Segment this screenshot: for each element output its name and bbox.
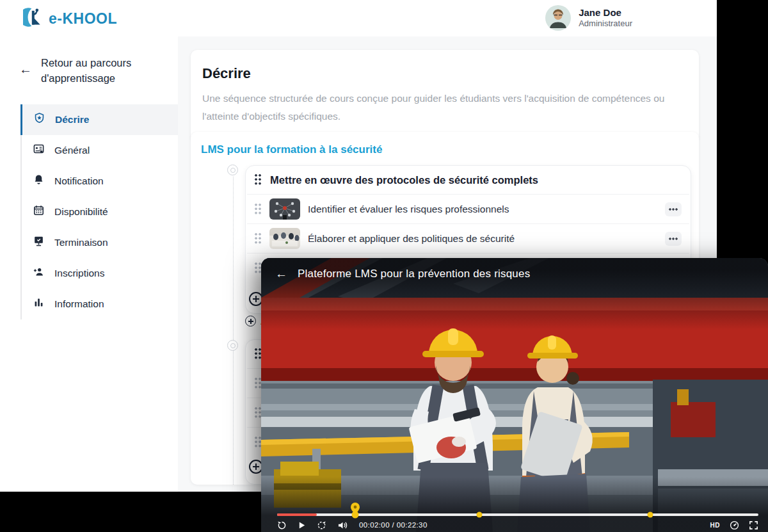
user-name: Jane Doe (579, 7, 632, 19)
video-title: Plateforme LMS pour la prévention des ri… (298, 268, 530, 280)
video-timestamp: 00:02:00 / 00:22:30 (359, 521, 428, 529)
app-logo[interactable]: e-KHOOL (23, 6, 117, 31)
person-add-icon (33, 266, 45, 280)
ellipsis-icon (669, 238, 678, 240)
user-role: Administrateur (579, 19, 632, 29)
video-progress-bar[interactable] (277, 513, 758, 516)
speed-gauge-icon[interactable] (730, 520, 739, 530)
map-pin-marker-icon[interactable] (350, 503, 360, 518)
page-title: Décrire (202, 65, 687, 82)
e-khool-logo-mark-icon (23, 6, 44, 31)
module-header[interactable]: Mettre en œuvre des protocoles de sécuri… (246, 166, 691, 194)
video-player-overlay[interactable]: ← Plateforme LMS pour la prévention des … (261, 258, 768, 532)
sidebar-item-decrire[interactable]: Décrire (20, 104, 178, 135)
lesson-options-button[interactable] (665, 202, 682, 216)
forward-icon[interactable] (317, 520, 326, 530)
shield-star-icon (33, 112, 45, 127)
sidebar-item-inscriptions[interactable]: Inscriptions (20, 258, 178, 289)
sidebar: ← Retour au parcours d'apprentissage Déc… (0, 36, 179, 492)
section-title: LMS pour la formation à la sécurité (201, 143, 689, 156)
calendar-icon (33, 204, 45, 219)
sidebar-item-label: Information (54, 298, 104, 310)
page-header-card: Décrire Une séquence structurée de cours… (191, 50, 699, 142)
lesson-options-button[interactable] (665, 232, 682, 246)
progress-played (277, 513, 317, 516)
user-menu[interactable]: Jane Doe Administrateur (545, 5, 632, 31)
back-label: Retour au parcours d'apprentissage (41, 56, 146, 86)
back-to-learning-path[interactable]: ← Retour au parcours d'apprentissage (0, 36, 178, 97)
restart-icon[interactable] (277, 520, 287, 530)
drag-handle-icon[interactable] (255, 174, 262, 186)
app-logo-text: e-KHOOL (49, 10, 117, 28)
video-back-button[interactable]: ← (275, 267, 287, 281)
network-people-thumbnail (269, 198, 300, 220)
video-controls-right: HD (710, 520, 758, 530)
sidebar-item-disponibilite[interactable]: Disponibilité (20, 197, 178, 227)
ellipsis-icon (669, 208, 678, 211)
id-card-icon (33, 143, 45, 157)
sidebar-item-information[interactable]: Information (20, 289, 178, 319)
sidebar-menu: Décrire Général Notification (0, 104, 178, 319)
board-check-icon (33, 235, 45, 250)
lesson-title: Identifier et évaluer les risques profes… (308, 204, 657, 215)
hd-quality-button[interactable]: HD (710, 522, 720, 529)
volume-icon[interactable] (337, 520, 348, 530)
lesson-title: Élaborer et appliquer des politiques de … (308, 233, 657, 245)
video-controls: 00:02:00 / 00:22:30 HD (277, 517, 758, 532)
play-icon[interactable] (298, 521, 306, 529)
sidebar-item-label: Inscriptions (54, 268, 104, 279)
user-avatar (545, 5, 571, 31)
page-description: Une séquence structurée de cours conçue … (202, 90, 687, 125)
bell-icon (33, 173, 45, 188)
sidebar-item-label: Terminaison (54, 237, 108, 248)
lesson-row[interactable]: Élaborer et appliquer des politiques de … (247, 223, 689, 253)
back-arrow-icon: ← (19, 62, 32, 86)
sidebar-item-terminaison[interactable]: Terminaison (20, 227, 178, 258)
bar-chart-icon (33, 296, 45, 311)
sidebar-item-label: Notification (54, 175, 104, 187)
drag-handle-icon[interactable] (255, 204, 262, 215)
timeline-line (233, 177, 234, 485)
sidebar-item-notification[interactable]: Notification (20, 166, 178, 197)
module-title: Mettre en œuvre des protocoles de sécuri… (270, 174, 538, 186)
sidebar-item-label: Décrire (55, 114, 89, 125)
screenshot-stage: e-KHOOL Jane Doe Administrateur (0, 0, 768, 532)
meeting-photo-thumbnail (269, 228, 300, 249)
video-title-bar: ← Plateforme LMS pour la prévention des … (275, 267, 530, 281)
sidebar-item-label: Général (54, 145, 90, 156)
timeline-node (227, 340, 238, 351)
fullscreen-icon[interactable] (749, 520, 758, 530)
topbar: e-KHOOL Jane Doe Administrateur (0, 0, 717, 37)
plus-circle-icon (245, 316, 256, 326)
drag-handle-icon[interactable] (255, 233, 262, 245)
sidebar-item-label: Disponibilité (54, 206, 108, 218)
sidebar-item-general[interactable]: Général (20, 135, 178, 166)
lesson-row[interactable]: Identifier et évaluer les risques profes… (247, 194, 689, 223)
timeline-node (227, 165, 238, 175)
